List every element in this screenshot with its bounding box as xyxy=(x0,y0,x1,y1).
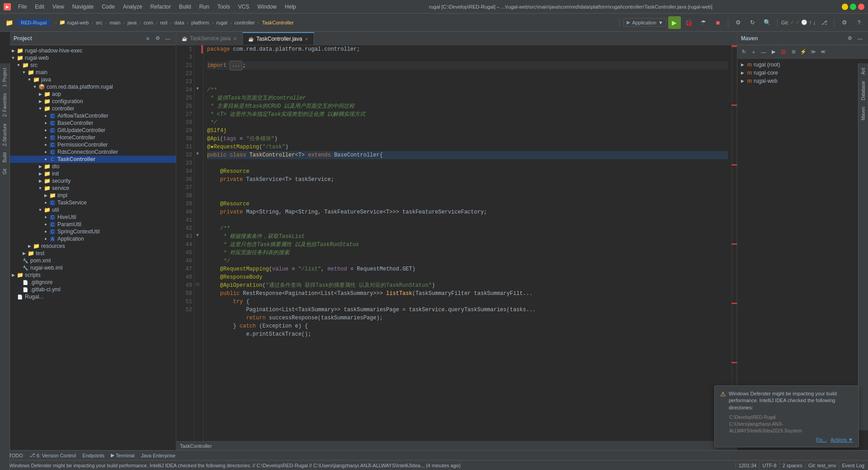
maven-generate-btn[interactable]: ⚡ xyxy=(799,47,808,57)
tree-item-controller[interactable]: ▼📁controller xyxy=(10,105,176,112)
tree-item-paramutil[interactable]: ●CParamUtil xyxy=(10,221,176,228)
actions-link[interactable]: Actions ▼ xyxy=(830,437,853,442)
menu-code[interactable]: Code xyxy=(98,3,118,11)
tree-item-service[interactable]: ▼📁service xyxy=(10,185,176,192)
tree-item-com-red-data-platform-rugal[interactable]: ▼📦com.red.data.platform.rugal xyxy=(10,83,176,90)
status-git-branch[interactable]: Git: test_env xyxy=(808,463,836,468)
debug-button[interactable]: 🐞 xyxy=(683,16,695,29)
tree-item-taskcontroller[interactable]: ●CTaskController xyxy=(10,156,176,163)
tree-item-dto[interactable]: ▶📁dto xyxy=(10,163,176,170)
maven-collapse-btn[interactable]: ≪ xyxy=(819,47,828,57)
breadcrumb-data[interactable]: data xyxy=(175,20,184,25)
breadcrumb-src[interactable]: src xyxy=(96,20,103,25)
structure-tool-btn[interactable]: Z-Structure xyxy=(1,121,9,149)
status-event-log[interactable]: Event Log xyxy=(842,463,864,468)
breadcrumb-rugal-web[interactable]: 📁 rugal-web xyxy=(59,19,89,25)
tree-item-test[interactable]: ▶📁test xyxy=(10,250,176,257)
tree-item-init[interactable]: ▶📁init xyxy=(10,170,176,177)
breadcrumb-rugal[interactable]: rugal xyxy=(216,20,227,25)
tree-item-rugal-web-iml[interactable]: 🔧rugal-web.iml xyxy=(10,264,176,271)
sync-button[interactable]: ↻ xyxy=(746,16,759,29)
git-history[interactable]: 🕐 xyxy=(801,19,807,25)
build-tool-btn[interactable]: Build xyxy=(1,150,9,165)
menu-analyze[interactable]: Analyze xyxy=(119,3,146,11)
help-button[interactable]: ? xyxy=(853,16,865,29)
maven-refresh-btn[interactable]: ↻ xyxy=(739,47,748,57)
tree-item-configuration[interactable]: ▶📁configuration xyxy=(10,98,176,105)
breadcrumb-java[interactable]: java xyxy=(127,20,137,25)
git-push[interactable]: ↑ xyxy=(809,19,812,26)
tree-item-java[interactable]: ▼📁java xyxy=(10,76,176,83)
maven-item-rugal-core[interactable]: ▶ m rugal-core xyxy=(737,69,868,77)
breadcrumb-controller[interactable]: controller xyxy=(235,20,255,25)
tree-item-taskservice[interactable]: ●CTaskService xyxy=(10,199,176,206)
breadcrumb-taskcontroller[interactable]: TaskController xyxy=(262,20,293,25)
tree-item-scripts[interactable]: ▶📁scripts xyxy=(10,271,176,279)
menu-window[interactable]: Window xyxy=(254,3,280,11)
java-enterprise-tab[interactable]: Java Enterprise xyxy=(139,452,177,459)
tab-taskcontroller[interactable]: ☕ TaskController.java ✕ xyxy=(243,32,314,45)
breadcrumb-red[interactable]: red xyxy=(160,20,167,25)
menu-file[interactable]: File xyxy=(14,3,30,11)
tree-item-security[interactable]: ▶📁security xyxy=(10,177,176,185)
menu-view[interactable]: View xyxy=(49,3,68,11)
terminal-tab[interactable]: ▶ Terminal xyxy=(109,451,137,459)
minimize-panel-btn[interactable]: — xyxy=(163,34,172,43)
maven-run-btn[interactable]: ▶ xyxy=(769,47,778,57)
tree-item-pom-xml[interactable]: 🔧pom.xml xyxy=(10,257,176,264)
project-icon[interactable]: 📁 xyxy=(3,16,15,29)
maximize-btn[interactable] xyxy=(850,4,856,10)
maven-minimize-btn[interactable]: — xyxy=(855,34,864,43)
collapse-all-btn[interactable]: ≡ xyxy=(143,34,152,43)
tree-item-application[interactable]: ●AApplication xyxy=(10,235,176,242)
menu-help[interactable]: Help xyxy=(281,3,300,11)
menu-edit[interactable]: Edit xyxy=(31,3,48,11)
tree-item-hiveutil[interactable]: ●CHiveUtil xyxy=(10,214,176,221)
tree-item-permissioncontroller[interactable]: ●CPermissionController xyxy=(10,141,176,148)
status-indent[interactable]: 2 spaces xyxy=(783,463,802,468)
maven-add-btn[interactable]: + xyxy=(749,47,758,57)
database-tool-btn[interactable]: Database xyxy=(859,78,867,103)
project-name[interactable]: RED-Rugal xyxy=(17,19,50,26)
menu-run[interactable]: Run xyxy=(196,3,213,11)
fix-link[interactable]: Fix... xyxy=(816,437,827,442)
stop-button[interactable]: ■ xyxy=(712,16,724,29)
tab-taskservice-close[interactable]: ✕ xyxy=(233,36,237,41)
maven-remove-btn[interactable]: — xyxy=(759,47,768,57)
git-pull[interactable]: ↓ xyxy=(813,19,816,26)
ant-tool-btn[interactable]: Ant xyxy=(859,65,867,77)
tree-item-src[interactable]: ▼📁src xyxy=(10,62,176,69)
tree-item-gitupdatecontroller[interactable]: ●CGitUpdateController xyxy=(10,127,176,134)
maven-skip-test-btn[interactable]: ⊘ xyxy=(789,47,798,57)
menu-refactor[interactable]: Refactor xyxy=(147,3,175,11)
tree-item-impl[interactable]: ▶📁impl xyxy=(10,192,176,199)
tree-item-rugal-web[interactable]: ▼📁rugal-web xyxy=(10,54,176,62)
close-btn[interactable] xyxy=(858,4,864,10)
endpoints-tab[interactable]: Endpoints xyxy=(80,452,106,459)
run-button[interactable]: ▶ xyxy=(668,16,681,29)
build-button[interactable]: ⚙ xyxy=(732,16,745,29)
menu-tools[interactable]: Tools xyxy=(214,3,234,11)
tree-item-rdsconnectioncontroller[interactable]: ●CRdsConnectionController xyxy=(10,148,176,156)
maven-expand-btn[interactable]: ≫ xyxy=(809,47,818,57)
tree-item--gitignore[interactable]: 📄.gitignore xyxy=(10,279,176,286)
vcs-button[interactable]: ⎇ xyxy=(818,16,830,29)
tree-item-springcontextutil[interactable]: ●CSpringContextUtil xyxy=(10,228,176,235)
tree-item-airflowtaskcontroller[interactable]: ●CAirflowTaskController xyxy=(10,112,176,119)
breadcrumb-platform[interactable]: platform xyxy=(191,20,209,25)
maven-item-rugal-root[interactable]: ▶ m rugal (root) xyxy=(737,61,868,69)
tree-item-aop[interactable]: ▶📁aop xyxy=(10,90,176,98)
code-content[interactable]: package com.red.data.platform.rugal.cont… xyxy=(203,45,731,441)
run-config-selector[interactable]: ▶ Application ▼ xyxy=(623,18,666,27)
breadcrumb-com[interactable]: com xyxy=(144,20,153,25)
search-everywhere[interactable]: 🔍 xyxy=(761,16,774,29)
status-warning-msg[interactable]: ⚠ Windows Defender might be impacting yo… xyxy=(4,462,733,468)
tree-item-homecontroller[interactable]: ●CHomeController xyxy=(10,134,176,141)
breadcrumb-main[interactable]: main xyxy=(109,20,120,25)
version-control-tab[interactable]: ⎇ 6: Version Control xyxy=(28,451,78,459)
git-check2[interactable]: ✓ xyxy=(796,19,800,25)
maven-item-rugal-web[interactable]: ▶ m rugal-web xyxy=(737,77,868,85)
coverage-button[interactable]: ☂ xyxy=(697,16,710,29)
menu-navigate[interactable]: Navigate xyxy=(69,3,97,11)
project-tool-btn[interactable]: 1: Project xyxy=(1,65,9,90)
